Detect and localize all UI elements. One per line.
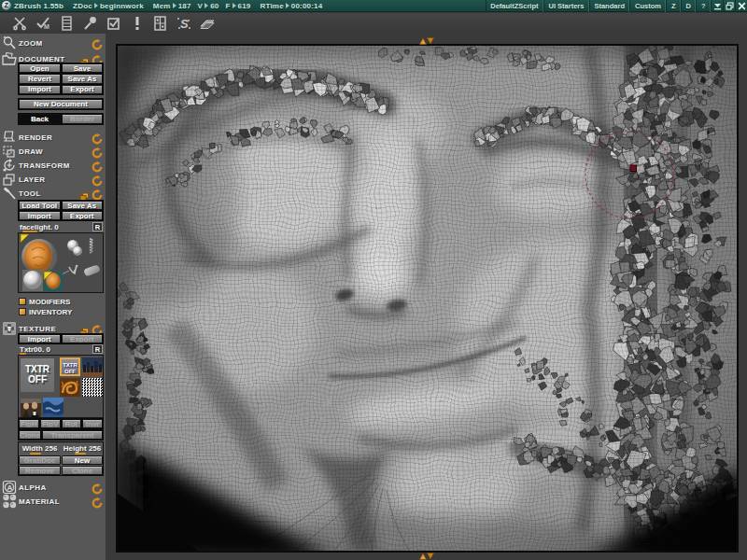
load-tool-button[interactable]: Load Tool	[19, 201, 61, 210]
section-alpha[interactable]: A ALPHA	[0, 482, 106, 495]
inventory-toggle-icon[interactable]	[19, 308, 26, 315]
exclamation-icon[interactable]	[126, 15, 148, 32]
texture-thumb-txtr-off-large[interactable]: TXTR OFF	[21, 358, 54, 392]
open-button[interactable]: Open	[19, 63, 61, 73]
section-layer[interactable]: LAYER	[0, 174, 106, 187]
close-icon[interactable]	[735, 0, 747, 12]
refresh-icon[interactable]	[92, 174, 103, 185]
texture-thumb-map[interactable]	[43, 398, 63, 417]
minimize-icon[interactable]	[711, 0, 723, 12]
layered-sheet-icon[interactable]	[196, 15, 218, 32]
section-transform[interactable]: TRANSFORM	[0, 160, 106, 173]
render-icon	[2, 130, 17, 145]
section-tool[interactable]: TOOL	[0, 188, 106, 201]
rotate-button[interactable]: Rot	[62, 419, 82, 428]
texture-thumb-swirl[interactable]	[60, 378, 80, 397]
rtime-label: RTime	[260, 2, 283, 10]
tool-r-button[interactable]: R	[92, 222, 103, 231]
menu-default-zscript[interactable]: DefaultZScript	[486, 0, 543, 12]
refresh-icon[interactable]	[92, 37, 103, 49]
clone-button[interactable]: Clone	[19, 430, 41, 440]
flip-h-button[interactable]: FlpH	[19, 419, 39, 428]
modifiers-label[interactable]: MODIFIERS	[29, 298, 70, 306]
svg-text:M: M	[44, 23, 49, 30]
triangle-separator-icon	[173, 3, 176, 8]
texture-clone2-button[interactable]: Clone	[62, 466, 103, 475]
tool-export-button[interactable]: Export	[62, 211, 104, 220]
layer-icon	[2, 172, 17, 187]
zdoc-value: beginnwork	[100, 2, 144, 10]
width-slider[interactable]: Width 256	[19, 442, 61, 455]
import-button[interactable]: Import	[19, 85, 61, 94]
height-slider-handle[interactable]	[75, 453, 86, 455]
back-button[interactable]: Back	[19, 114, 61, 124]
flip-v-button[interactable]: FlpV	[40, 419, 61, 428]
menu-help[interactable]: ?	[696, 0, 711, 12]
divider-marker-top-icon[interactable]	[419, 37, 434, 45]
zbrush-logo-icon	[2, 1, 11, 10]
check-m-icon[interactable]: M	[33, 15, 55, 32]
v-label: V	[198, 2, 204, 10]
transparent-button[interactable]: Transparent	[42, 430, 103, 440]
save-as-button[interactable]: Save As	[62, 74, 103, 83]
magnifier-pin-icon[interactable]	[79, 15, 102, 32]
section-zoom[interactable]: ZOOM	[0, 37, 106, 50]
refresh-icon[interactable]	[92, 160, 103, 171]
checkbox-icon[interactable]	[103, 15, 125, 32]
mem-label: Mem	[153, 2, 171, 10]
revert-button[interactable]: Revert	[19, 74, 61, 83]
texture-remove-button[interactable]: Remove	[19, 466, 61, 475]
save-button[interactable]: Save	[62, 63, 103, 73]
texture-import-button[interactable]: Import	[19, 334, 61, 343]
copy-stack-icon[interactable]	[79, 324, 90, 333]
menu-custom[interactable]: Custom	[629, 0, 666, 12]
width-slider-handle[interactable]	[30, 453, 41, 455]
texture-thumb-txtr-off-selected[interactable]: TXTR OFF	[60, 357, 80, 376]
refresh-icon[interactable]	[92, 132, 103, 143]
triangle-separator-icon	[94, 3, 98, 8]
new-document-button[interactable]: New Document	[19, 99, 103, 109]
section-material[interactable]: MATERIAL	[0, 496, 106, 509]
tool-import-button[interactable]: Import	[19, 211, 61, 220]
back-border-wrap: Back Border	[18, 113, 104, 125]
scissors-icon[interactable]	[9, 15, 32, 32]
texture-clone-grid: Clone Transparent	[18, 429, 104, 441]
tool-save-as-button[interactable]: Save As	[62, 201, 104, 210]
filmstrip-icon[interactable]	[56, 15, 78, 32]
copy-stack-icon[interactable]	[79, 189, 90, 198]
inventory-label[interactable]: INVENTORY	[29, 308, 72, 316]
export-button[interactable]: Export	[62, 85, 103, 94]
texture-thumb-checkerboard[interactable]	[82, 378, 103, 397]
menu-d[interactable]: D	[681, 0, 696, 12]
refresh-icon[interactable]	[92, 482, 103, 493]
texture-io-grid: Import Export	[18, 333, 104, 344]
svg-text:T: T	[7, 325, 12, 333]
material-icon	[2, 494, 17, 509]
top-toolbar: M S	[0, 13, 747, 34]
invert-button[interactable]: Invr	[82, 419, 103, 428]
script-s-icon[interactable]: S	[173, 15, 195, 32]
divider-marker-bottom-icon[interactable]	[419, 553, 434, 560]
transform-icon	[2, 158, 17, 173]
texture-thumb-cityscape[interactable]	[82, 357, 103, 376]
menu-standard[interactable]: Standard	[589, 0, 630, 12]
grab-doc-button[interactable]: GrabDoc	[19, 455, 61, 465]
section-draw[interactable]: DRAW	[0, 146, 106, 159]
texture-new-button[interactable]: New	[62, 455, 103, 465]
refresh-icon[interactable]	[92, 188, 103, 199]
texture-thumb-portraits[interactable]	[21, 399, 41, 417]
height-slider[interactable]: Height 256	[62, 442, 103, 455]
texture-export-button[interactable]: Export	[62, 334, 104, 343]
tool-thumbnails-panel	[18, 232, 104, 293]
domino-grid-icon[interactable]	[149, 15, 172, 32]
texture-r-button[interactable]: R	[92, 344, 103, 354]
refresh-icon[interactable]	[92, 496, 103, 507]
menu-z[interactable]: Z	[666, 0, 681, 12]
restore-icon[interactable]	[723, 0, 735, 12]
menu-ui-starters[interactable]: UI Starters	[543, 0, 589, 12]
section-render[interactable]: RENDER	[0, 132, 106, 145]
document-canvas[interactable]	[116, 44, 739, 553]
refresh-icon[interactable]	[92, 146, 103, 157]
border-button[interactable]: Border	[62, 114, 103, 124]
modifiers-toggle-icon[interactable]	[19, 298, 26, 305]
